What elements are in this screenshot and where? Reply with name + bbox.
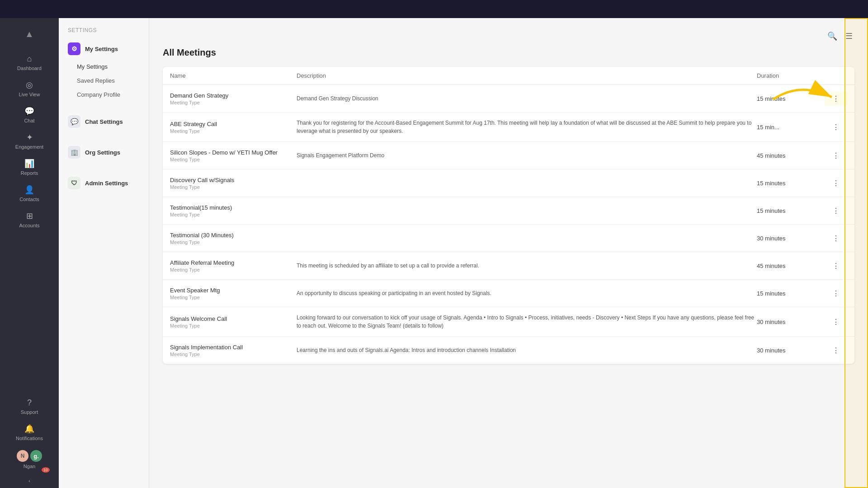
main-content: 🔍 ☰ All Meetings Name Description Durati… <box>149 18 868 488</box>
chat-settings-header[interactable]: 💬 Chat Settings <box>59 111 149 132</box>
sidebar-item-accounts[interactable]: ⊞ Accounts <box>0 206 59 233</box>
meeting-name: Testimonial (30 Minutes) <box>170 232 297 239</box>
nav-label-chat: Chat <box>24 118 34 123</box>
meeting-type: Meeting Type <box>170 352 297 357</box>
notification-count: 10 <box>42 467 50 473</box>
meeting-duration: 30 minutes <box>757 235 825 242</box>
meeting-actions-button[interactable]: ⋮ <box>829 231 843 245</box>
meeting-duration: 15 minutes <box>757 290 825 297</box>
settings-section-admin: 🛡 Admin Settings <box>59 172 149 194</box>
live-view-icon: ◎ <box>26 80 33 90</box>
nav-label-user: Ngan <box>24 464 35 469</box>
my-settings-label: My Settings <box>85 46 118 52</box>
my-settings-icon: ⚙ <box>68 42 80 55</box>
table-header: Name Description Duration <box>163 67 854 85</box>
meeting-name: Discovery Call w/Signals <box>170 177 297 183</box>
sidebar-item-user[interactable]: N g. Ngan 10 <box>0 446 59 474</box>
table-row: Testimonial (30 Minutes) Meeting Type 30… <box>163 225 854 252</box>
meeting-duration: 45 minutes <box>757 263 825 269</box>
settings-sub-my-settings[interactable]: My Settings <box>59 60 149 74</box>
table-row: Silicon Slopes - Demo w/ YETI Mug Offer … <box>163 142 854 169</box>
support-icon: ? <box>27 398 32 408</box>
meeting-description: Demand Gen Strategy Discussion <box>297 94 757 103</box>
notifications-icon: 🔔 <box>24 424 34 434</box>
table-row: Discovery Call w/Signals Meeting Type 15… <box>163 169 854 197</box>
avatar-g: g. <box>30 450 42 462</box>
meeting-duration: 15 minutes <box>757 180 825 187</box>
table-row: Affiliate Referral Meeting Meeting Type … <box>163 252 854 280</box>
sidebar-item-chat[interactable]: 💬 Chat <box>0 102 59 128</box>
meeting-duration: 45 minutes <box>757 152 825 159</box>
table-body: Demand Gen Strategy Meeting Type Demand … <box>163 85 854 364</box>
settings-title: Settings <box>59 27 149 38</box>
nav-label-reports: Reports <box>21 170 38 176</box>
table-row: Signals Welcome Call Meeting Type Lookin… <box>163 307 854 337</box>
logo-area: ▲ <box>0 23 59 50</box>
admin-settings-header[interactable]: 🛡 Admin Settings <box>59 172 149 194</box>
contacts-icon: 👤 <box>24 185 34 195</box>
table-row: Signals Implementation Call Meeting Type… <box>163 337 854 364</box>
nav-label-contacts: Contacts <box>19 197 39 202</box>
table-row: Event Speaker Mtg Meeting Type An opport… <box>163 280 854 307</box>
col-header-name: Name <box>170 72 297 79</box>
meeting-actions-button[interactable]: ⋮ <box>829 258 843 273</box>
avatar: N <box>17 450 28 462</box>
settings-sub-company-profile[interactable]: Company Profile <box>59 88 149 102</box>
settings-section-my-settings: ⚙ My Settings My Settings Saved Replies … <box>59 38 149 102</box>
org-settings-label: Org Settings <box>85 149 120 156</box>
meeting-type: Meeting Type <box>170 239 297 245</box>
meeting-type: Meeting Type <box>170 212 297 217</box>
meeting-type: Meeting Type <box>170 184 297 190</box>
sidebar-item-notifications[interactable]: 🔔 Notifications <box>0 419 59 446</box>
chevron-left-icon: ‹ <box>28 478 30 483</box>
meeting-actions-button[interactable]: ⋮ <box>829 203 843 218</box>
sidebar-item-engagement[interactable]: ✦ Engagement <box>0 128 59 154</box>
table-toolbar: 🔍 ☰ <box>163 29 854 43</box>
meeting-type: Meeting Type <box>170 267 297 272</box>
chat-icon: 💬 <box>24 106 34 116</box>
my-settings-header[interactable]: ⚙ My Settings <box>59 38 149 60</box>
meeting-duration: 30 minutes <box>757 319 825 325</box>
filter-button[interactable]: ☰ <box>844 29 854 43</box>
col-header-duration: Duration <box>757 72 825 79</box>
meeting-type: Meeting Type <box>170 323 297 328</box>
search-button[interactable]: 🔍 <box>826 29 839 43</box>
nav-label-engagement: Engagement <box>15 144 43 150</box>
meeting-type: Meeting Type <box>170 295 297 300</box>
meeting-name: ABE Strategy Call <box>170 121 297 127</box>
meeting-description: An opportunity to discuss speaking or pa… <box>297 289 757 297</box>
meeting-actions-button[interactable]: ⋮ <box>829 91 843 106</box>
sidebar-item-live-view[interactable]: ◎ Live View <box>0 75 59 102</box>
meeting-actions-button[interactable]: ⋮ <box>829 286 843 300</box>
meeting-actions-button[interactable]: ⋮ <box>829 120 843 134</box>
nav-label-live-view: Live View <box>19 92 40 97</box>
meeting-name: Signals Implementation Call <box>170 344 297 351</box>
meeting-name: Affiliate Referral Meeting <box>170 259 297 266</box>
meeting-actions-button[interactable]: ⋮ <box>829 148 843 163</box>
meeting-type: Meeting Type <box>170 157 297 162</box>
meeting-name: Event Speaker Mtg <box>170 287 297 294</box>
col-header-description: Description <box>297 72 757 79</box>
sidebar-item-support[interactable]: ? Support <box>0 394 59 419</box>
org-settings-header[interactable]: 🏢 Org Settings <box>59 141 149 163</box>
nav-label-dashboard: Dashboard <box>17 66 42 71</box>
meeting-actions-button[interactable]: ⋮ <box>829 176 843 190</box>
sidebar-item-dashboard[interactable]: ⌂ Dashboard <box>0 50 59 75</box>
sidebar-item-contacts[interactable]: 👤 Contacts <box>0 180 59 206</box>
collapse-nav-button[interactable]: ‹ <box>0 474 59 488</box>
meeting-duration: 15 minutes <box>757 95 825 102</box>
settings-sub-saved-replies[interactable]: Saved Replies <box>59 74 149 88</box>
dashboard-icon: ⌂ <box>27 54 32 64</box>
meeting-actions-button[interactable]: ⋮ <box>829 343 843 357</box>
meeting-actions-button[interactable]: ⋮ <box>829 314 843 329</box>
meeting-name: Silicon Slopes - Demo w/ YETI Mug Offer <box>170 149 297 156</box>
meeting-name: Demand Gen Strategy <box>170 92 297 99</box>
accounts-icon: ⊞ <box>26 211 33 221</box>
meeting-type: Meeting Type <box>170 128 297 134</box>
nav-label-notifications: Notifications <box>16 436 43 441</box>
table-row: ABE Strategy Call Meeting Type Thank you… <box>163 113 854 142</box>
meeting-type: Meeting Type <box>170 100 297 105</box>
sidebar-item-reports[interactable]: 📊 Reports <box>0 154 59 180</box>
table-row: Demand Gen Strategy Meeting Type Demand … <box>163 85 854 113</box>
meeting-description: This meeting is scheduled by an affiliat… <box>297 262 757 270</box>
